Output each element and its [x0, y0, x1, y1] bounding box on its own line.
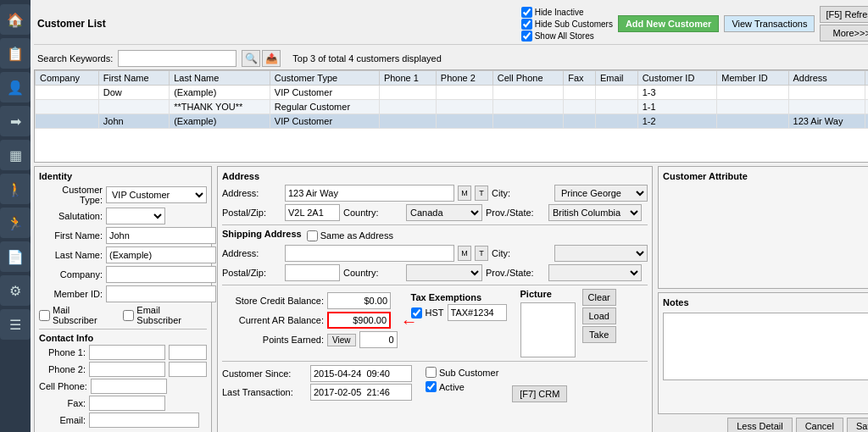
- hide-inactive-checkbox[interactable]: [521, 7, 532, 18]
- identity-title: Identity: [39, 171, 207, 181]
- ship-address-input[interactable]: [285, 245, 454, 262]
- view-transactions-button[interactable]: View Transactions: [724, 15, 815, 32]
- hide-sub-row[interactable]: Hide Sub Customers: [521, 19, 613, 30]
- sidebar: 🏠 📋 👤 ➡ ▦ 🚶 🏃 📄 ⚙ ☰: [0, 0, 31, 432]
- load-picture-button[interactable]: Load: [582, 307, 616, 324]
- add-new-customer-button[interactable]: Add New Customer: [618, 15, 719, 32]
- sidebar-icon-doc[interactable]: 📄: [0, 241, 31, 272]
- show-all-row[interactable]: Show All Stores: [521, 30, 613, 42]
- cell-input[interactable]: [91, 379, 167, 394]
- phone1-row: Phone 1:: [39, 345, 207, 360]
- ship-postal-label: Postal/Zip:: [222, 268, 281, 278]
- ship-postal-input[interactable]: [285, 264, 340, 281]
- last-trans-input[interactable]: [310, 384, 412, 401]
- sidebar-icon-home[interactable]: 🏠: [0, 4, 31, 35]
- ship-t-btn[interactable]: T: [475, 246, 488, 261]
- since-input[interactable]: [310, 365, 412, 382]
- page-title: Customer List: [37, 18, 106, 30]
- same-as-address-label[interactable]: Same as Address: [307, 230, 393, 241]
- notes-textarea[interactable]: [663, 313, 868, 380]
- phone2-ext[interactable]: [169, 362, 207, 377]
- sidebar-icon-user[interactable]: 👤: [0, 72, 31, 102]
- points-view-button[interactable]: View: [327, 334, 356, 346]
- email-subscriber-label[interactable]: Email Subscriber: [123, 305, 207, 325]
- cell-phone1: [379, 86, 436, 100]
- address-t-btn[interactable]: T: [475, 186, 488, 201]
- country-select[interactable]: Canada: [406, 204, 482, 221]
- last-name-input[interactable]: [106, 246, 216, 263]
- ship-m-btn[interactable]: M: [458, 246, 471, 261]
- search-label: Search Keywords:: [37, 53, 113, 64]
- fax-row: Fax:: [39, 396, 207, 411]
- cell-member-id: [717, 100, 788, 114]
- notes-title: Notes: [663, 297, 689, 307]
- save-button[interactable]: Save: [847, 418, 868, 432]
- table-row[interactable]: John (Example) VIP Customer 1-2 123 Air …: [36, 114, 869, 129]
- postal-input[interactable]: [285, 204, 340, 221]
- show-all-checkbox[interactable]: [521, 30, 532, 42]
- table-row[interactable]: Dow (Example) VIP Customer 1-3: [36, 86, 869, 100]
- sidebar-icon-arrow[interactable]: ➡: [0, 106, 31, 136]
- sidebar-icon-grid[interactable]: ▦: [0, 140, 31, 170]
- take-picture-button[interactable]: Take: [582, 326, 616, 343]
- sidebar-icon-list[interactable]: 📋: [0, 38, 31, 69]
- company-input[interactable]: [106, 266, 216, 283]
- same-as-address-checkbox[interactable]: [307, 230, 318, 241]
- email-subscriber-checkbox[interactable]: [123, 310, 134, 321]
- ship-postal-row: Postal/Zip: Country: Prov./State:: [222, 264, 648, 281]
- sub-customer-label[interactable]: Sub Customer: [426, 367, 498, 378]
- first-name-input[interactable]: [106, 227, 216, 244]
- phone2-input[interactable]: [89, 362, 165, 377]
- cell-label: Cell Phone:: [39, 381, 87, 391]
- sidebar-icon-menu[interactable]: ☰: [0, 309, 31, 340]
- cell-c: [865, 86, 868, 100]
- hide-inactive-row[interactable]: Hide Inactive: [521, 7, 613, 18]
- prov-select[interactable]: British Columbia: [548, 204, 642, 221]
- address-input[interactable]: [285, 185, 454, 202]
- points-value: [359, 331, 398, 348]
- hide-sub-checkbox[interactable]: [521, 19, 532, 30]
- email-input[interactable]: [89, 413, 199, 428]
- ship-prov-select[interactable]: [548, 264, 642, 281]
- search-input[interactable]: [118, 50, 236, 67]
- sub-customer-checkbox[interactable]: [426, 367, 437, 378]
- crm-button[interactable]: [F7] CRM: [512, 385, 567, 402]
- sidebar-icon-gear[interactable]: ⚙: [0, 275, 31, 306]
- active-label[interactable]: Active: [426, 381, 498, 392]
- export-icon-btn[interactable]: 📤: [262, 50, 281, 67]
- col-address: Address: [788, 71, 865, 86]
- first-name-label: First Name:: [39, 230, 103, 241]
- clear-picture-button[interactable]: Clear: [582, 289, 616, 306]
- ship-city-select[interactable]: [554, 245, 648, 262]
- city-select[interactable]: Prince George: [554, 185, 648, 202]
- less-detail-button[interactable]: Less Detail: [727, 418, 792, 432]
- cell-member-id: [717, 86, 788, 100]
- phone1-input[interactable]: [89, 345, 165, 360]
- active-checkbox[interactable]: [426, 381, 437, 392]
- mail-subscriber-checkbox[interactable]: [39, 310, 50, 321]
- cell-c: [865, 100, 868, 114]
- attribute-panel: Customer Attribute ⊞: [658, 166, 868, 289]
- store-credit-value: [327, 292, 391, 309]
- mail-subscriber-label[interactable]: Mail Subscriber: [39, 305, 116, 325]
- cell-address: 123 Air Way: [788, 114, 865, 129]
- phone1-ext[interactable]: [169, 345, 207, 360]
- more-button[interactable]: More>>>: [820, 25, 868, 42]
- salutation-select[interactable]: [106, 208, 165, 224]
- table-row[interactable]: **THANK YOU** Regular Customer 1-1: [36, 100, 869, 114]
- last-trans-label: Last Transaction:: [222, 387, 307, 397]
- fax-input[interactable]: [89, 396, 165, 411]
- customer-type-select[interactable]: VIP Customer Regular Customer: [106, 186, 207, 203]
- sidebar-icon-run[interactable]: 🏃: [0, 208, 31, 238]
- member-id-input[interactable]: [106, 285, 216, 302]
- hst-input[interactable]: [448, 304, 507, 321]
- sidebar-icon-walk[interactable]: 🚶: [0, 174, 31, 204]
- search-icon-btn[interactable]: 🔍: [242, 50, 260, 67]
- cell-email: [596, 100, 638, 114]
- cancel-button[interactable]: Cancel: [796, 418, 843, 432]
- address-m-btn[interactable]: M: [458, 186, 471, 201]
- ship-country-select[interactable]: [406, 264, 482, 281]
- identity-panel: Identity Customer Type: VIP Customer Reg…: [34, 166, 212, 432]
- refresh-button[interactable]: [F5] Refresh: [820, 6, 868, 23]
- customer-table: Company First Name Last Name Customer Ty…: [34, 69, 868, 163]
